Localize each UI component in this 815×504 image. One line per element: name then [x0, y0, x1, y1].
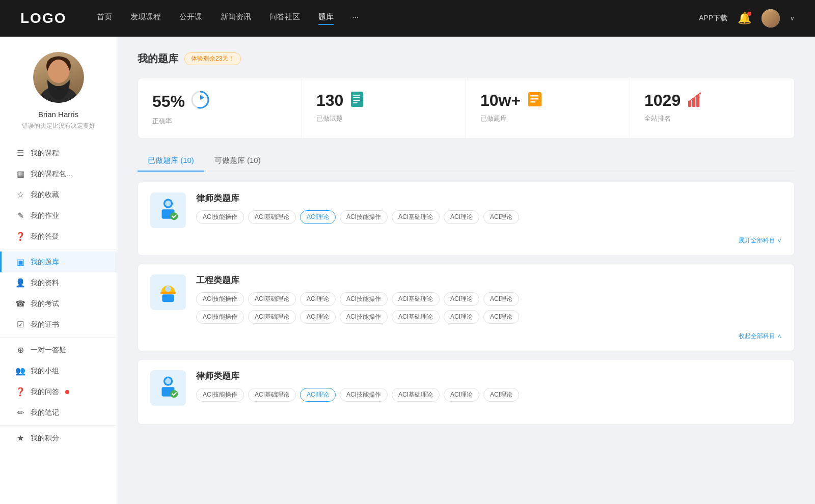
trial-badge: 体验剩余23天！: [184, 52, 241, 65]
tag-2-7[interactable]: ACI理论: [483, 292, 519, 306]
svg-rect-5: [353, 95, 360, 96]
sidebar-label-questions: 我的问答: [31, 387, 59, 397]
app-download-link[interactable]: APP下载: [699, 14, 727, 23]
tag-2b-2[interactable]: ACI基础理论: [248, 310, 296, 324]
tag-2b-5[interactable]: ACI基础理论: [392, 310, 440, 324]
done-icon: [349, 91, 367, 110]
sidebar-item-course-pack[interactable]: ▦ 我的课程包...: [0, 163, 117, 184]
tag-3-1[interactable]: ACI技能操作: [196, 388, 244, 402]
tab-done-banks[interactable]: 已做题库 (10): [138, 151, 204, 172]
sidebar-item-certs[interactable]: ☑ 我的证书: [0, 314, 117, 335]
qbank-lawyer-icon: [150, 192, 186, 228]
stat-top-accuracy: 55%: [152, 91, 287, 113]
stat-done-questions: 130 已做试题: [302, 78, 466, 138]
sidebar-label-course-pack: 我的课程包...: [31, 170, 72, 179]
collapse-button[interactable]: 收起全部科目 ∧: [150, 332, 782, 341]
nav-news[interactable]: 新闻资讯: [221, 12, 251, 25]
svg-rect-10: [530, 95, 538, 97]
tag-1-3[interactable]: ACI理论: [300, 210, 336, 224]
ranking-value: 1029: [644, 91, 681, 110]
svg-point-19: [165, 201, 171, 207]
sidebar-label-exams: 我的考试: [31, 299, 59, 309]
svg-point-22: [165, 286, 171, 292]
tag-2-4[interactable]: ACI技能操作: [340, 292, 388, 306]
tag-3-3[interactable]: ACI理论: [300, 388, 336, 402]
nav-more[interactable]: ···: [352, 12, 359, 25]
tag-3-5[interactable]: ACI基础理论: [392, 388, 440, 402]
tag-2b-4[interactable]: ACI技能操作: [340, 310, 388, 324]
course-pack-icon: ▦: [15, 169, 25, 179]
divider-1: [0, 249, 117, 249]
tag-1-6[interactable]: ACI理论: [444, 210, 479, 224]
nav-discover[interactable]: 发现课程: [130, 12, 161, 25]
ranking-label: 全站排名: [644, 114, 780, 123]
tag-2b-3[interactable]: ACI理论: [300, 310, 336, 324]
tag-1-1[interactable]: ACI技能操作: [196, 210, 244, 224]
tag-2-2[interactable]: ACI基础理论: [248, 292, 296, 306]
tag-2-3[interactable]: ACI理论: [300, 292, 336, 306]
expand-button-1[interactable]: 展开全部科目 ∨: [150, 236, 782, 245]
accuracy-value: 55%: [152, 92, 185, 111]
homework-icon: ✎: [15, 211, 25, 220]
sidebar-item-answers[interactable]: ❓ 我的答疑: [0, 226, 117, 247]
nav-open-course[interactable]: 公开课: [179, 12, 202, 25]
tags-row-2a: ACI技能操作 ACI基础理论 ACI理论 ACI技能操作 ACI基础理论 AC…: [196, 292, 782, 306]
sidebar-item-points[interactable]: ★ 我的积分: [0, 428, 117, 449]
sidebar-item-groups[interactable]: 👥 我的小组: [0, 360, 117, 381]
tags-row-3: ACI技能操作 ACI基础理论 ACI理论 ACI技能操作 ACI基础理论 AC…: [196, 388, 782, 402]
sidebar-item-questions[interactable]: ❓ 我的问答: [0, 381, 117, 402]
done-label: 已做试题: [316, 114, 451, 123]
tag-2-1[interactable]: ACI技能操作: [196, 292, 244, 306]
tag-1-2[interactable]: ACI基础理论: [248, 210, 296, 224]
logo[interactable]: LOGO: [20, 10, 66, 26]
navbar-right: APP下载 🔔 ∨: [699, 9, 795, 27]
tag-3-7[interactable]: ACI理论: [483, 388, 519, 402]
sidebar-item-tutor[interactable]: ⊕ 一对一答疑: [0, 340, 117, 360]
sidebar-item-qbank[interactable]: ▣ 我的题库: [0, 251, 117, 272]
tab-available-banks[interactable]: 可做题库 (10): [204, 151, 271, 172]
sidebar-label-favorites: 我的收藏: [31, 190, 59, 200]
sidebar-label-notes: 我的笔记: [31, 408, 59, 417]
qbank-engineer-icon: [150, 274, 186, 310]
nav-qbank[interactable]: 题库: [318, 12, 334, 25]
accuracy-icon: [191, 91, 209, 113]
sidebar-item-homework[interactable]: ✎ 我的作业: [0, 205, 117, 226]
tag-1-4[interactable]: ACI技能操作: [340, 210, 388, 224]
ranking-icon: [687, 91, 704, 110]
qbank-icon: ▣: [15, 257, 25, 267]
nav-home[interactable]: 首页: [97, 12, 112, 25]
svg-rect-4: [351, 92, 363, 107]
sidebar-item-courses[interactable]: ☰ 我的课程: [0, 143, 117, 163]
sidebar-item-profile[interactable]: 👤 我的资料: [0, 272, 117, 293]
tag-1-5[interactable]: ACI基础理论: [392, 210, 440, 224]
tag-2b-6[interactable]: ACI理论: [444, 310, 479, 324]
tabs-row: 已做题库 (10) 可做题库 (10): [138, 151, 795, 172]
navbar: LOGO 首页 发现课程 公开课 新闻资讯 问答社区 题库 ··· APP下载 …: [0, 0, 815, 37]
qbank-card-engineer: 工程类题库 ACI技能操作 ACI基础理论 ACI理论 ACI技能操作 ACI基…: [138, 264, 795, 351]
tag-2b-7[interactable]: ACI理论: [483, 310, 519, 324]
tag-1-7[interactable]: ACI理论: [483, 210, 519, 224]
user-avatar[interactable]: [762, 9, 780, 27]
tag-2b-1[interactable]: ACI技能操作: [196, 310, 244, 324]
sidebar-label-courses: 我的课程: [31, 149, 59, 158]
done-value: 130: [316, 91, 343, 110]
sidebar-label-qbank: 我的题库: [31, 258, 59, 267]
sidebar-label-profile: 我的资料: [31, 278, 59, 288]
favorites-icon: ☆: [15, 190, 25, 200]
user-menu-chevron[interactable]: ∨: [790, 15, 795, 22]
tag-3-2[interactable]: ACI基础理论: [248, 388, 296, 402]
avatar-image: [33, 52, 84, 103]
lawyer-svg: [155, 198, 181, 223]
qbank-details: 律师类题库 ACI技能操作 ACI基础理论 ACI理论 ACI技能操作 ACI基…: [196, 192, 782, 224]
notification-bell[interactable]: 🔔: [738, 12, 751, 25]
tag-3-6[interactable]: ACI理论: [444, 388, 479, 402]
svg-rect-21: [160, 292, 176, 294]
questions-dot: [65, 390, 69, 394]
tag-3-4[interactable]: ACI技能操作: [340, 388, 388, 402]
nav-qa[interactable]: 问答社区: [269, 12, 300, 25]
tag-2-5[interactable]: ACI基础理论: [392, 292, 440, 306]
tag-2-6[interactable]: ACI理论: [444, 292, 479, 306]
sidebar-item-notes[interactable]: ✏ 我的笔记: [0, 402, 117, 423]
sidebar-item-favorites[interactable]: ☆ 我的收藏: [0, 184, 117, 205]
sidebar-item-exams[interactable]: ☎ 我的考试: [0, 293, 117, 314]
